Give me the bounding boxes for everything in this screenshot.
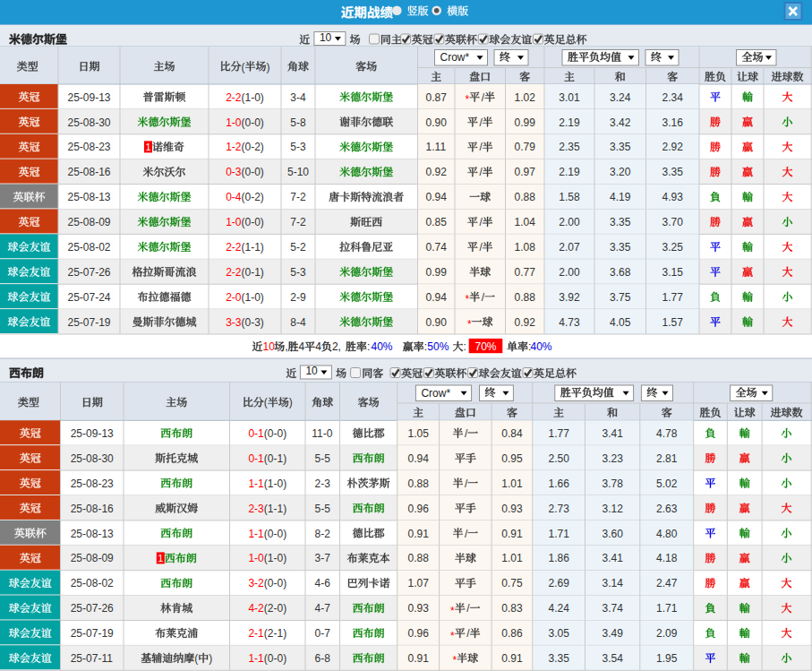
svg-text:1.57: 1.57 bbox=[662, 316, 684, 329]
svg-text:3.74: 3.74 bbox=[603, 602, 624, 615]
svg-text:25-08-02: 25-08-02 bbox=[68, 241, 111, 254]
svg-text:10: 10 bbox=[320, 31, 332, 44]
svg-text:0.74: 0.74 bbox=[426, 241, 448, 254]
svg-text:3.49: 3.49 bbox=[603, 627, 624, 640]
svg-text:4.78: 4.78 bbox=[656, 427, 678, 440]
svg-text:1.08: 1.08 bbox=[515, 241, 536, 254]
svg-text:3-4: 3-4 bbox=[290, 91, 306, 104]
svg-text:2.50: 2.50 bbox=[549, 452, 570, 465]
svg-text:25-07-19: 25-07-19 bbox=[68, 316, 111, 329]
svg-text:0.79: 0.79 bbox=[515, 141, 536, 153]
svg-text:): ) bbox=[289, 396, 293, 409]
svg-text:(2-0): (2-0) bbox=[264, 602, 286, 615]
svg-text:3-3: 3-3 bbox=[226, 316, 242, 329]
svg-text:4.73: 4.73 bbox=[559, 316, 580, 329]
svg-text:40%: 40% bbox=[531, 340, 552, 353]
svg-text:4-2: 4-2 bbox=[248, 602, 264, 615]
svg-text:4.05: 4.05 bbox=[610, 316, 631, 329]
svg-text:(1-0): (1-0) bbox=[242, 91, 264, 104]
svg-text:25-07-19: 25-07-19 bbox=[71, 627, 114, 640]
svg-text:1-0: 1-0 bbox=[226, 216, 242, 228]
svg-text:0.90: 0.90 bbox=[426, 116, 448, 129]
svg-text:): ) bbox=[267, 61, 270, 73]
svg-text:0.75: 0.75 bbox=[501, 577, 523, 589]
svg-text:*: * bbox=[467, 318, 472, 331]
svg-text:(0-3): (0-3) bbox=[242, 316, 264, 329]
svg-text:(0-1): (0-1) bbox=[264, 452, 286, 465]
svg-text:(1-1): (1-1) bbox=[242, 241, 264, 254]
svg-text:5-5: 5-5 bbox=[315, 452, 331, 465]
svg-text:5-8: 5-8 bbox=[290, 116, 306, 129]
svg-text:0.92: 0.92 bbox=[515, 316, 536, 329]
svg-text:(0-0): (0-0) bbox=[264, 528, 286, 540]
svg-text:4.93: 4.93 bbox=[662, 191, 684, 203]
svg-text:2-3: 2-3 bbox=[315, 477, 331, 490]
svg-text:1.02: 1.02 bbox=[515, 91, 536, 104]
svg-text:4.18: 4.18 bbox=[656, 552, 678, 564]
svg-text:0.96: 0.96 bbox=[408, 627, 430, 640]
svg-text:5-5: 5-5 bbox=[315, 503, 331, 515]
svg-text:1.11: 1.11 bbox=[426, 141, 447, 153]
svg-text:2-0: 2-0 bbox=[226, 291, 242, 304]
svg-text:(0-0): (0-0) bbox=[264, 652, 286, 665]
svg-text:3.41: 3.41 bbox=[603, 552, 624, 564]
svg-text:1.05: 1.05 bbox=[408, 427, 430, 440]
svg-text:3.35: 3.35 bbox=[610, 241, 631, 254]
svg-text:1-1: 1-1 bbox=[248, 652, 264, 665]
svg-text:(0-0): (0-0) bbox=[242, 216, 264, 228]
svg-text:*: * bbox=[466, 93, 470, 106]
svg-text:2.92: 2.92 bbox=[662, 141, 684, 153]
svg-text:0.90: 0.90 bbox=[426, 316, 448, 329]
svg-text:2,: 2, bbox=[332, 340, 341, 353]
svg-text:8-4: 8-4 bbox=[290, 316, 306, 329]
svg-text:1.01: 1.01 bbox=[501, 552, 523, 564]
svg-text:7-2: 7-2 bbox=[290, 191, 306, 203]
svg-text:1: 1 bbox=[145, 142, 150, 152]
svg-text:3.15: 3.15 bbox=[662, 266, 684, 279]
svg-text:25-08-30: 25-08-30 bbox=[71, 452, 114, 465]
svg-text:): ) bbox=[209, 652, 212, 665]
svg-text:*: * bbox=[466, 293, 470, 305]
svg-text:0.93: 0.93 bbox=[408, 602, 430, 615]
svg-text:7-2: 7-2 bbox=[290, 216, 306, 228]
svg-text:2.19: 2.19 bbox=[559, 166, 580, 178]
svg-text:70%: 70% bbox=[475, 340, 497, 353]
svg-text:25-08-16: 25-08-16 bbox=[68, 166, 111, 178]
svg-text:5-3: 5-3 bbox=[290, 141, 306, 153]
svg-text:0.97: 0.97 bbox=[515, 166, 536, 178]
svg-text:1-1: 1-1 bbox=[248, 528, 264, 540]
svg-text:1-1: 1-1 bbox=[248, 477, 264, 490]
svg-text:2.00: 2.00 bbox=[559, 266, 580, 279]
svg-text:0-4: 0-4 bbox=[226, 191, 242, 203]
svg-text:(0-0): (0-0) bbox=[264, 427, 286, 440]
svg-text:25-08-02: 25-08-02 bbox=[71, 577, 114, 589]
svg-text:0.91: 0.91 bbox=[501, 528, 523, 540]
svg-text:4-6: 4-6 bbox=[315, 577, 331, 589]
svg-text:25-08-13: 25-08-13 bbox=[68, 191, 111, 203]
svg-text:0.99: 0.99 bbox=[426, 266, 448, 279]
svg-text:0-3: 0-3 bbox=[226, 166, 242, 178]
svg-text:11-0: 11-0 bbox=[312, 427, 332, 440]
svg-text:2.63: 2.63 bbox=[656, 503, 678, 515]
svg-text:(0-0): (0-0) bbox=[264, 577, 286, 589]
svg-text:1.71: 1.71 bbox=[656, 602, 678, 615]
svg-text:25-07-11: 25-07-11 bbox=[71, 652, 113, 665]
svg-text:3-2: 3-2 bbox=[248, 577, 264, 589]
svg-text:2.69: 2.69 bbox=[549, 577, 570, 589]
svg-text:(1-0): (1-0) bbox=[242, 291, 264, 304]
svg-text:Crow*: Crow* bbox=[421, 387, 450, 400]
svg-text:0.88: 0.88 bbox=[515, 191, 536, 203]
svg-text:1.77: 1.77 bbox=[549, 427, 570, 440]
svg-text:1-0: 1-0 bbox=[226, 116, 242, 129]
svg-text:3.41: 3.41 bbox=[603, 427, 624, 440]
svg-text:0.85: 0.85 bbox=[426, 216, 448, 228]
svg-text:0.91: 0.91 bbox=[408, 528, 430, 540]
svg-text:25-09-13: 25-09-13 bbox=[71, 427, 114, 440]
svg-text:25-07-24: 25-07-24 bbox=[68, 291, 111, 304]
svg-text:2.47: 2.47 bbox=[656, 577, 678, 589]
svg-text:0.93: 0.93 bbox=[501, 503, 523, 515]
svg-text:(0-2): (0-2) bbox=[242, 141, 264, 153]
svg-text:25-08-09: 25-08-09 bbox=[71, 552, 114, 564]
svg-text:3.35: 3.35 bbox=[549, 652, 570, 665]
svg-text:3.25: 3.25 bbox=[662, 241, 684, 254]
